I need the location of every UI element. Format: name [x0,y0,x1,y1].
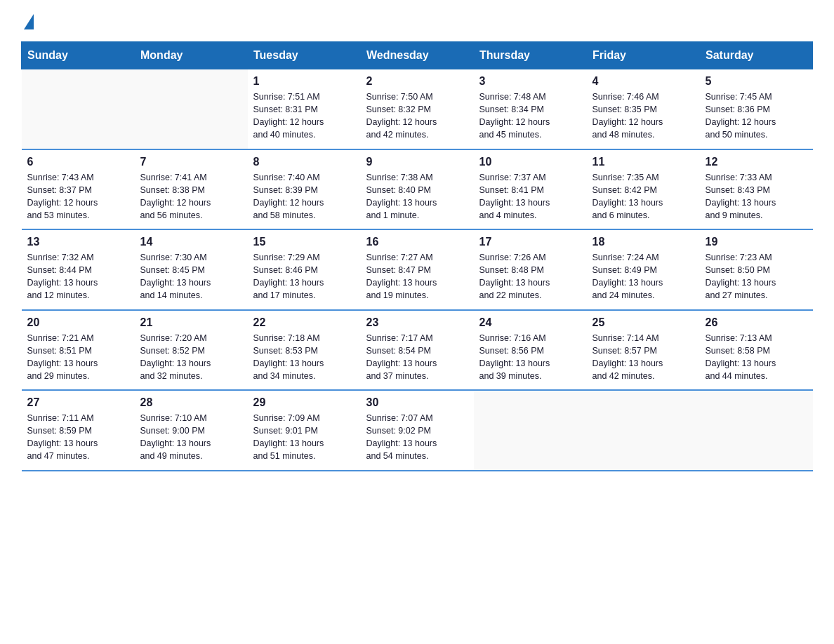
day-number: 6 [27,156,129,168]
day-number: 19 [706,236,807,248]
day-info: Sunrise: 7:50 AMSunset: 8:32 PMDaylight:… [366,90,468,142]
calendar-week-row: 20Sunrise: 7:21 AMSunset: 8:51 PMDayligh… [22,310,813,391]
weekday-header-saturday: Saturday [700,42,813,69]
calendar-week-row: 1Sunrise: 7:51 AMSunset: 8:31 PMDaylight… [22,69,813,149]
day-number: 8 [253,156,355,168]
day-number: 27 [27,396,129,409]
day-number: 24 [479,316,581,329]
calendar-cell: 10Sunrise: 7:37 AMSunset: 8:41 PMDayligh… [474,149,587,230]
calendar-cell: 23Sunrise: 7:17 AMSunset: 8:54 PMDayligh… [361,310,474,391]
day-number: 18 [593,236,694,248]
day-number: 23 [366,316,468,329]
day-info: Sunrise: 7:20 AMSunset: 8:52 PMDaylight:… [140,332,242,383]
day-info: Sunrise: 7:13 AMSunset: 8:58 PMDaylight:… [706,332,807,383]
day-number: 25 [593,316,694,329]
calendar-cell [587,390,700,471]
weekday-header-tuesday: Tuesday [248,42,361,69]
logo-triangle-icon [24,14,34,29]
calendar-cell: 18Sunrise: 7:24 AMSunset: 8:49 PMDayligh… [587,229,700,310]
calendar-table: SundayMondayTuesdayWednesdayThursdayFrid… [21,41,813,471]
calendar-cell: 2Sunrise: 7:50 AMSunset: 8:32 PMDaylight… [361,69,474,149]
calendar-cell: 15Sunrise: 7:29 AMSunset: 8:46 PMDayligh… [248,229,361,310]
day-number: 30 [366,396,468,409]
calendar-cell: 26Sunrise: 7:13 AMSunset: 8:58 PMDayligh… [700,310,813,391]
calendar-body: 1Sunrise: 7:51 AMSunset: 8:31 PMDaylight… [22,69,813,471]
day-info: Sunrise: 7:07 AMSunset: 9:02 PMDaylight:… [366,412,468,463]
calendar-cell [474,390,587,471]
day-info: Sunrise: 7:17 AMSunset: 8:54 PMDaylight:… [366,332,468,383]
day-number: 1 [253,75,355,88]
day-info: Sunrise: 7:41 AMSunset: 8:38 PMDaylight:… [140,171,242,222]
calendar-cell: 9Sunrise: 7:38 AMSunset: 8:40 PMDaylight… [361,149,474,230]
calendar-cell: 28Sunrise: 7:10 AMSunset: 9:00 PMDayligh… [135,390,248,471]
day-number: 28 [140,396,242,409]
day-number: 20 [27,316,129,329]
day-info: Sunrise: 7:18 AMSunset: 8:53 PMDaylight:… [253,332,355,383]
calendar-cell: 30Sunrise: 7:07 AMSunset: 9:02 PMDayligh… [361,390,474,471]
day-number: 26 [706,316,807,329]
day-info: Sunrise: 7:37 AMSunset: 8:41 PMDaylight:… [479,171,581,222]
calendar-cell: 24Sunrise: 7:16 AMSunset: 8:56 PMDayligh… [474,310,587,391]
day-number: 13 [27,236,129,248]
calendar-cell: 14Sunrise: 7:30 AMSunset: 8:45 PMDayligh… [135,229,248,310]
day-info: Sunrise: 7:11 AMSunset: 8:59 PMDaylight:… [27,412,129,463]
calendar-week-row: 27Sunrise: 7:11 AMSunset: 8:59 PMDayligh… [22,390,813,471]
calendar-cell: 20Sunrise: 7:21 AMSunset: 8:51 PMDayligh… [22,310,135,391]
day-number: 10 [479,156,581,168]
calendar-cell: 27Sunrise: 7:11 AMSunset: 8:59 PMDayligh… [22,390,135,471]
day-number: 16 [366,236,468,248]
day-info: Sunrise: 7:38 AMSunset: 8:40 PMDaylight:… [366,171,468,222]
day-info: Sunrise: 7:27 AMSunset: 8:47 PMDaylight:… [366,251,468,302]
day-number: 14 [140,236,242,248]
day-info: Sunrise: 7:48 AMSunset: 8:34 PMDaylight:… [479,90,581,142]
calendar-cell: 1Sunrise: 7:51 AMSunset: 8:31 PMDaylight… [248,69,361,149]
day-number: 15 [253,236,355,248]
day-info: Sunrise: 7:14 AMSunset: 8:57 PMDaylight:… [593,332,694,383]
day-info: Sunrise: 7:29 AMSunset: 8:46 PMDaylight:… [253,251,355,302]
calendar-cell: 22Sunrise: 7:18 AMSunset: 8:53 PMDayligh… [248,310,361,391]
day-info: Sunrise: 7:51 AMSunset: 8:31 PMDaylight:… [253,90,355,142]
day-info: Sunrise: 7:35 AMSunset: 8:42 PMDaylight:… [593,171,694,222]
calendar-cell [135,69,248,149]
day-number: 9 [366,156,468,168]
day-number: 11 [593,156,694,168]
day-info: Sunrise: 7:26 AMSunset: 8:48 PMDaylight:… [479,251,581,302]
day-info: Sunrise: 7:45 AMSunset: 8:36 PMDaylight:… [706,90,807,142]
day-number: 3 [479,75,581,88]
calendar-cell: 3Sunrise: 7:48 AMSunset: 8:34 PMDaylight… [474,69,587,149]
day-info: Sunrise: 7:46 AMSunset: 8:35 PMDaylight:… [593,90,694,142]
weekday-header-row: SundayMondayTuesdayWednesdayThursdayFrid… [22,42,813,69]
day-number: 7 [140,156,242,168]
day-info: Sunrise: 7:32 AMSunset: 8:44 PMDaylight:… [27,251,129,302]
day-info: Sunrise: 7:33 AMSunset: 8:43 PMDaylight:… [706,171,807,222]
day-number: 17 [479,236,581,248]
weekday-header-sunday: Sunday [22,42,135,69]
calendar-cell: 5Sunrise: 7:45 AMSunset: 8:36 PMDaylight… [700,69,813,149]
day-info: Sunrise: 7:24 AMSunset: 8:49 PMDaylight:… [593,251,694,302]
day-info: Sunrise: 7:40 AMSunset: 8:39 PMDaylight:… [253,171,355,222]
calendar-cell: 13Sunrise: 7:32 AMSunset: 8:44 PMDayligh… [22,229,135,310]
page-header [21,14,813,34]
day-number: 22 [253,316,355,329]
weekday-header-thursday: Thursday [474,42,587,69]
calendar-cell: 12Sunrise: 7:33 AMSunset: 8:43 PMDayligh… [700,149,813,230]
calendar-cell: 7Sunrise: 7:41 AMSunset: 8:38 PMDaylight… [135,149,248,230]
calendar-cell: 8Sunrise: 7:40 AMSunset: 8:39 PMDaylight… [248,149,361,230]
day-info: Sunrise: 7:09 AMSunset: 9:01 PMDaylight:… [253,412,355,463]
day-info: Sunrise: 7:30 AMSunset: 8:45 PMDaylight:… [140,251,242,302]
calendar-cell: 16Sunrise: 7:27 AMSunset: 8:47 PMDayligh… [361,229,474,310]
calendar-week-row: 13Sunrise: 7:32 AMSunset: 8:44 PMDayligh… [22,229,813,310]
weekday-header-friday: Friday [587,42,700,69]
weekday-header-wednesday: Wednesday [361,42,474,69]
calendar-header: SundayMondayTuesdayWednesdayThursdayFrid… [22,42,813,69]
day-number: 4 [593,75,694,88]
calendar-cell: 29Sunrise: 7:09 AMSunset: 9:01 PMDayligh… [248,390,361,471]
calendar-cell [700,390,813,471]
calendar-cell: 4Sunrise: 7:46 AMSunset: 8:35 PMDaylight… [587,69,700,149]
calendar-week-row: 6Sunrise: 7:43 AMSunset: 8:37 PMDaylight… [22,149,813,230]
calendar-cell [22,69,135,149]
calendar-cell: 11Sunrise: 7:35 AMSunset: 8:42 PMDayligh… [587,149,700,230]
day-info: Sunrise: 7:21 AMSunset: 8:51 PMDaylight:… [27,332,129,383]
logo [21,14,34,34]
day-number: 2 [366,75,468,88]
